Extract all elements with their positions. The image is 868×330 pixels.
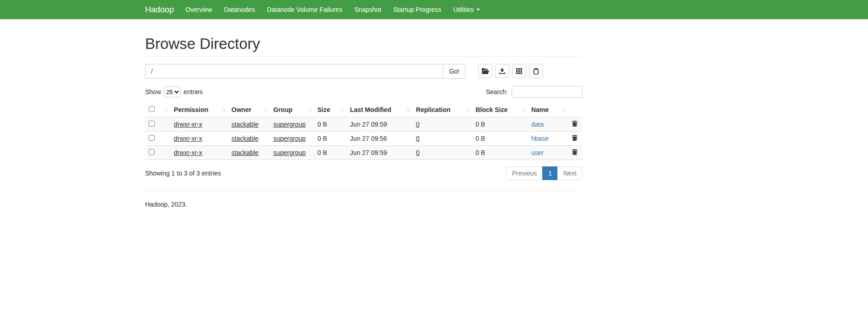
trash-icon: [572, 121, 577, 127]
column-header-replication[interactable]: Replication ↑↓: [412, 102, 472, 117]
group-value[interactable]: supergroup: [273, 135, 306, 142]
entries-select[interactable]: 25: [164, 86, 181, 97]
permission-value[interactable]: drwxr-xr-x: [174, 135, 202, 142]
path-input[interactable]: [145, 64, 443, 79]
sort-icon: ↑↓: [221, 106, 225, 113]
cell-permission: drwxr-xr-x: [170, 117, 228, 132]
cell-replication: 0: [412, 146, 472, 160]
column-header-name[interactable]: Name ↑↓: [528, 102, 568, 117]
sort-icon: ↑↓: [562, 106, 566, 113]
delete-button[interactable]: [572, 149, 577, 155]
owner-value[interactable]: stackable: [232, 121, 259, 128]
delete-button[interactable]: [572, 135, 577, 141]
row-checkbox[interactable]: [149, 135, 155, 141]
cell-group: supergroup: [270, 132, 314, 146]
row-checkbox[interactable]: [149, 149, 155, 155]
next-page-button[interactable]: Next: [557, 166, 582, 180]
nav-item-startup-progress[interactable]: Startup Progress: [387, 0, 447, 19]
create-directory-button[interactable]: [478, 64, 492, 78]
page-header: Browse Directory: [145, 36, 582, 57]
nav-item-datanode-volume-failures[interactable]: Datanode Volume Failures: [261, 0, 348, 19]
toolbar: [478, 64, 546, 78]
sort-icon: ↑↓: [406, 106, 410, 113]
cell-permission: drwxr-xr-x: [170, 132, 228, 146]
owner-value[interactable]: stackable: [232, 149, 259, 156]
last-modified-value: Jun 27 09:59: [346, 146, 412, 160]
column-header-last-modified[interactable]: Last Modified ↑↓: [346, 102, 412, 117]
group-value[interactable]: supergroup: [273, 121, 306, 128]
footer-text: Hadoop, 2023.: [145, 201, 582, 208]
select-all-checkbox[interactable]: [149, 106, 155, 112]
column-header-permission[interactable]: Permission ↑↓: [170, 102, 228, 117]
previous-page-button[interactable]: Previous: [506, 166, 543, 180]
last-modified-value: Jun 27 09:59: [346, 117, 412, 132]
cut-button[interactable]: [512, 64, 526, 78]
sort-icon: ↑↓: [465, 106, 469, 113]
search-input[interactable]: [512, 86, 582, 98]
cell-name: hbase: [528, 132, 568, 146]
path-input-group: Go!: [145, 64, 465, 79]
table-row: drwxr-xr-x stackable supergroup 0 B Jun …: [145, 146, 582, 160]
grid-icon: [516, 68, 522, 74]
nav-item-utilities[interactable]: Utilities: [447, 0, 485, 19]
show-label: Show: [145, 88, 161, 96]
nav-item-overview[interactable]: Overview: [179, 0, 218, 19]
paste-icon: [534, 68, 539, 75]
replication-value[interactable]: 0: [416, 149, 420, 156]
path-row: Go!: [145, 64, 582, 79]
column-header-size[interactable]: Size ↑↓: [314, 102, 346, 117]
column-header-actions: [568, 102, 582, 117]
cell-actions: [568, 117, 582, 132]
column-header-label: Permission: [174, 106, 208, 113]
replication-value[interactable]: 0: [416, 135, 420, 142]
paste-button[interactable]: [529, 64, 543, 78]
permission-value[interactable]: drwxr-xr-x: [174, 149, 202, 156]
group-value[interactable]: supergroup: [273, 149, 306, 156]
owner-value[interactable]: stackable: [232, 135, 259, 142]
cell-group: supergroup: [270, 117, 314, 132]
column-header-label: Last Modified: [350, 106, 391, 113]
column-header-label: Size: [318, 106, 330, 113]
column-header-block-size[interactable]: Block Size ↑↓: [472, 102, 528, 117]
pagination: Previous 1 Next: [506, 166, 582, 180]
delete-button[interactable]: [572, 121, 577, 127]
nav-item-snapshot[interactable]: Snapshot: [348, 0, 387, 19]
column-header-group[interactable]: Group ↑↓: [270, 102, 314, 117]
column-header-label: Block Size: [475, 106, 507, 113]
sort-icon: ↑↓: [263, 106, 267, 113]
search-label: Search:: [486, 88, 508, 96]
column-header-owner[interactable]: Owner ↑↓: [228, 102, 270, 117]
upload-files-button[interactable]: [495, 64, 509, 78]
nav-item-datanodes[interactable]: Datanodes: [218, 0, 261, 19]
cell-owner: stackable: [228, 132, 270, 146]
hadoop-brand[interactable]: Hadoop: [145, 5, 179, 15]
navbar: Hadoop Overview Datanodes Datanode Volum…: [0, 0, 868, 19]
row-checkbox[interactable]: [149, 121, 155, 127]
replication-value[interactable]: 0: [416, 121, 420, 128]
table-row: drwxr-xr-x stackable supergroup 0 B Jun …: [145, 132, 582, 146]
size-value: 0 B: [314, 132, 346, 146]
directory-link[interactable]: data: [531, 121, 544, 128]
entries-label: entries: [183, 88, 203, 96]
sort-icon: ↑↓: [307, 106, 311, 113]
permission-value[interactable]: drwxr-xr-x: [174, 121, 202, 128]
cell-select: [145, 132, 170, 146]
sort-icon: ↑↓: [521, 106, 525, 113]
cell-replication: 0: [412, 132, 472, 146]
footer-divider: [145, 190, 582, 191]
directory-link[interactable]: user: [531, 149, 544, 156]
cell-select: [145, 146, 170, 160]
column-header-label: Name: [531, 106, 549, 113]
table-footer: Showing 1 to 3 of 3 entries Previous 1 N…: [145, 166, 582, 180]
page-1-button[interactable]: 1: [542, 166, 558, 180]
upload-icon: [499, 68, 505, 74]
directory-link[interactable]: hbase: [531, 135, 549, 142]
go-button[interactable]: Go!: [443, 64, 465, 79]
column-header-select[interactable]: ↑↓: [145, 102, 170, 117]
table-header-row: ↑↓ Permission ↑↓ Owner ↑↓ Group ↑↓ Size …: [145, 102, 582, 117]
table-row: drwxr-xr-x stackable supergroup 0 B Jun …: [145, 117, 582, 132]
entries-summary: Showing 1 to 3 of 3 entries: [145, 170, 221, 177]
folder-open-icon: [482, 68, 489, 74]
cell-group: supergroup: [270, 146, 314, 160]
column-header-label: Replication: [416, 106, 450, 113]
